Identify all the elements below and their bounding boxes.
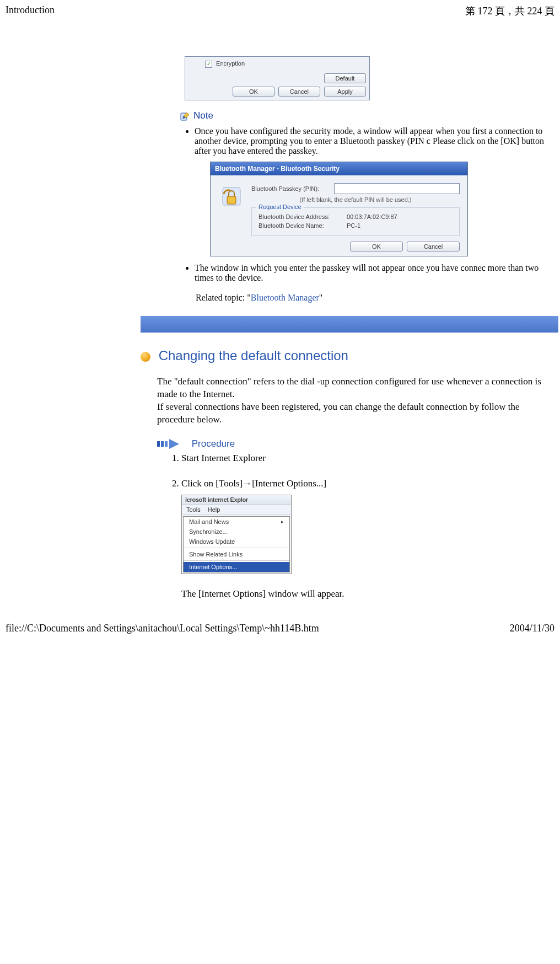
- menu-item-internet-options[interactable]: Internet Options...: [184, 562, 289, 572]
- related-link[interactable]: Bluetooth Manager: [251, 293, 319, 302]
- related-prefix: Related topic: ": [196, 293, 251, 302]
- ie-tools-menu-screenshot: icrosoft internet Explor Tools Help Mail…: [181, 495, 292, 574]
- procedure-label: Procedure: [192, 438, 235, 449]
- devicename-value: PC-1: [347, 222, 360, 229]
- section-divider: [141, 316, 558, 333]
- note-label: Note: [193, 110, 213, 121]
- procedure-arrow-icon: [157, 438, 192, 449]
- menu-separator: [184, 548, 289, 548]
- note-icon: [179, 111, 190, 122]
- note-bullet: Once you have configured the security mo…: [195, 126, 558, 256]
- cancel-button[interactable]: Cancel: [278, 87, 320, 97]
- cancel-button[interactable]: Cancel: [407, 242, 460, 251]
- address-value: 00:03:7A:02:C9:87: [347, 213, 397, 220]
- menu-tools[interactable]: Tools: [186, 506, 201, 513]
- svg-marker-6: [169, 439, 179, 449]
- pin-label: Bluetooth Passkey (PIN):: [251, 185, 334, 192]
- svg-rect-3: [157, 441, 160, 447]
- menu-item[interactable]: Windows Update: [184, 537, 289, 547]
- footer-date: 2004/11/30: [510, 623, 554, 634]
- encryption-checkbox[interactable]: ✓: [205, 61, 212, 68]
- page-number: 第 172 頁，共 224 頁: [465, 4, 554, 18]
- pin-hint: (If left blank, the default PIN will be …: [251, 196, 460, 203]
- pin-input[interactable]: [334, 183, 460, 194]
- section-paragraph: The "default connection" refers to the d…: [157, 376, 558, 401]
- menu-item[interactable]: Synchronize...: [184, 527, 289, 537]
- menu-item[interactable]: Mail and News▸: [184, 517, 289, 527]
- section-paragraph: If several connections have been registe…: [157, 401, 558, 426]
- ok-button[interactable]: OK: [350, 242, 403, 251]
- lock-icon: [218, 183, 245, 251]
- ie-titlebar: icrosoft internet Explor: [182, 495, 291, 505]
- apply-button[interactable]: Apply: [324, 87, 366, 97]
- note-bullet: The window in which you enter the passke…: [195, 263, 558, 283]
- encryption-label: Encryption: [216, 60, 245, 67]
- devicename-label: Bluetooth Device Name:: [259, 222, 347, 229]
- menu-separator: [184, 560, 289, 561]
- footer-path: file://C:\Documents and Settings\anitach…: [6, 623, 319, 634]
- step: Start Internet Explorer: [181, 453, 558, 464]
- svg-rect-2: [227, 196, 236, 204]
- bluetooth-security-dialog: Bluetooth Manager - Bluetooth Security B…: [210, 162, 468, 256]
- menu-help[interactable]: Help: [208, 506, 220, 513]
- security-options-dialog: ✓ Encryption Default OK Cancel Apply: [185, 56, 370, 100]
- step: Click on [Tools]→[Internet Options...] i…: [181, 478, 558, 574]
- related-suffix: ": [319, 293, 323, 302]
- section-title: Changing the default connection: [159, 348, 348, 363]
- topic-bullet-icon: [141, 352, 150, 362]
- header-title: Introduction: [6, 4, 55, 18]
- svg-rect-5: [165, 441, 168, 447]
- ok-button[interactable]: OK: [233, 87, 274, 97]
- default-button[interactable]: Default: [324, 73, 366, 83]
- svg-rect-4: [161, 441, 164, 447]
- address-label: Bluetooth Device Address:: [259, 213, 347, 220]
- menu-item[interactable]: Show Related Links: [184, 549, 289, 559]
- step-result: The [Internet Options] window will appea…: [181, 588, 558, 599]
- dialog-title: Bluetooth Manager - Bluetooth Security: [211, 162, 467, 175]
- groupbox-title: Request Device: [256, 203, 304, 210]
